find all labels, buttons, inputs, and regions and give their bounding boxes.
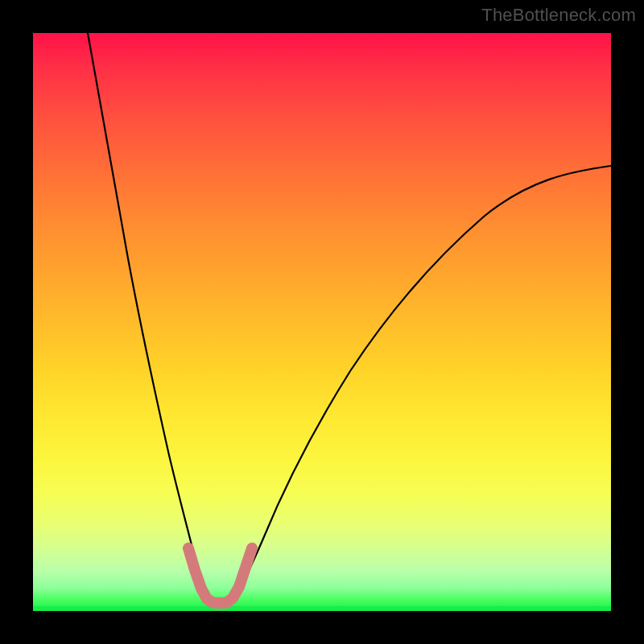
bottom-highlight-path bbox=[188, 548, 252, 603]
attribution-text: TheBottleneck.com bbox=[481, 5, 636, 26]
plot-area bbox=[33, 33, 611, 611]
right-branch-path bbox=[231, 166, 611, 601]
curve-layer bbox=[33, 33, 611, 611]
left-branch-path bbox=[88, 33, 208, 601]
chart-frame: TheBottleneck.com bbox=[0, 0, 644, 644]
